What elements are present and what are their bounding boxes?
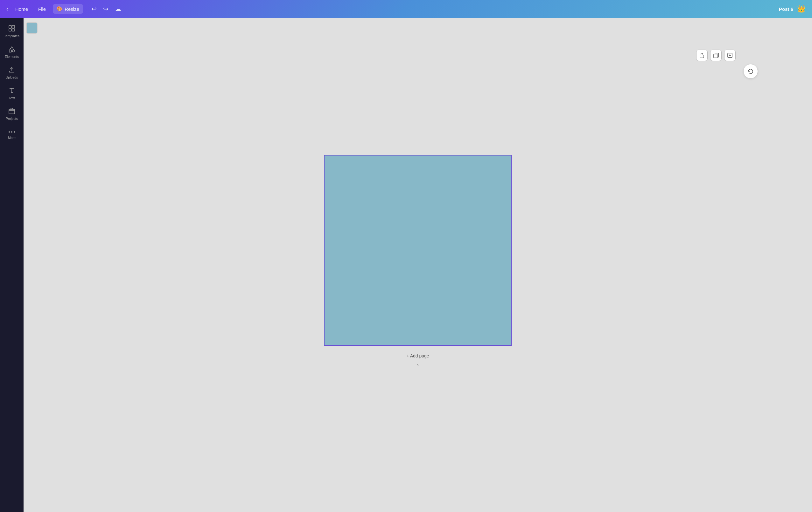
resize-label: Resize [65,6,79,12]
cloud-save-button[interactable]: ☁ [113,3,123,14]
add-page-area: + Add page ⌃ [400,351,435,368]
sidebar-label-projects: Projects [6,117,18,121]
sidebar-label-more: More [8,136,16,140]
svg-rect-2 [9,29,11,31]
sidebar-label-text: Text [8,96,14,100]
duplicate-button[interactable] [710,50,722,61]
topbar-right: Post 6 👑 [779,5,806,13]
design-canvas[interactable] [324,155,512,346]
sidebar: Templates Elements Uploads Text [0,18,24,512]
svg-point-9 [14,131,15,132]
undo-button[interactable]: ↩ [89,3,99,14]
uploads-icon [8,66,15,74]
svg-point-8 [11,131,12,132]
sidebar-item-templates[interactable]: Templates [1,22,22,41]
svg-point-7 [8,131,10,132]
svg-rect-11 [714,54,717,58]
svg-rect-10 [700,55,704,58]
canvas-toolbar [696,50,736,61]
elements-icon [8,46,15,54]
more-icon [8,128,15,134]
resize-emoji-icon: 🎨 [57,6,63,12]
sidebar-item-more[interactable]: More [1,125,22,143]
add-page-button[interactable]: + Add page [400,351,435,361]
file-label: File [38,6,46,12]
color-swatch[interactable] [26,22,37,34]
file-button[interactable]: File [35,4,49,14]
text-icon [8,87,15,95]
topbar: ‹ Home File 🎨 Resize ↩ ↪ ☁ Post 6 👑 [0,0,812,18]
sidebar-item-text[interactable]: Text [1,84,22,103]
home-label: Home [15,6,28,12]
topbar-left: ‹ Home File 🎨 Resize ↩ ↪ ☁ [6,3,123,14]
color-swatch-area [26,22,37,34]
sidebar-item-projects[interactable]: Projects [1,104,22,124]
page-title: Post 6 [779,6,793,12]
home-button[interactable]: Home [12,4,31,14]
sidebar-item-uploads[interactable]: Uploads [1,63,22,82]
rotate-button[interactable] [743,64,758,79]
templates-icon [8,25,15,33]
resize-button[interactable]: 🎨 Resize [53,4,83,14]
svg-rect-6 [9,110,14,114]
canvas-area: + Add page ⌃ [24,18,812,512]
svg-rect-3 [12,29,14,31]
projects-icon [8,108,15,115]
sidebar-label-uploads: Uploads [6,76,18,79]
svg-rect-1 [12,25,14,28]
add-to-page-button[interactable] [724,50,736,61]
svg-rect-4 [9,50,11,52]
chevron-up-icon[interactable]: ⌃ [416,363,420,368]
topbar-actions: ↩ ↪ ☁ [89,3,123,14]
sidebar-label-elements: Elements [5,55,19,59]
redo-button[interactable]: ↪ [101,3,110,14]
lock-button[interactable] [696,50,708,61]
sidebar-label-templates: Templates [4,34,20,38]
back-chevron-icon[interactable]: ‹ [6,6,8,12]
svg-rect-0 [9,25,11,28]
crown-icon: 👑 [797,5,806,13]
sidebar-item-elements[interactable]: Elements [1,42,22,62]
